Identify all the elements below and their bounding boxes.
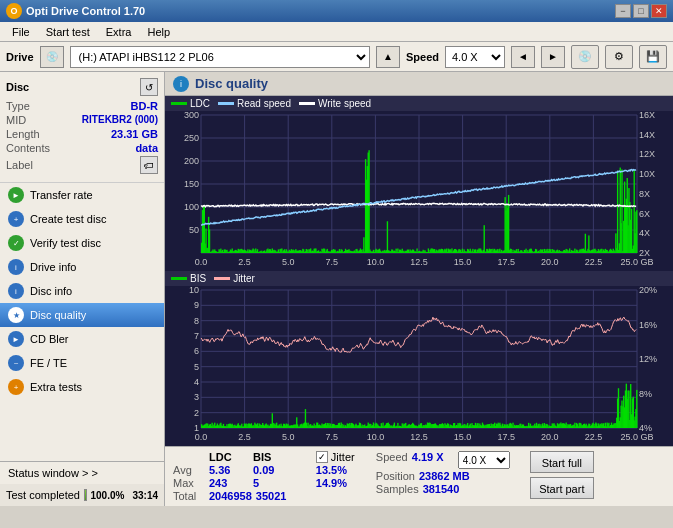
speed-label: Speed [406, 51, 439, 63]
jitter-checkbox[interactable]: ✓ [316, 451, 328, 463]
nav-cd-bler-label: CD Bler [30, 333, 69, 345]
nav-drive-info-label: Drive info [30, 261, 76, 273]
total-label: Total [173, 490, 205, 502]
close-button[interactable]: ✕ [651, 4, 667, 18]
bis-legend: BIS [171, 273, 206, 284]
type-label: Type [6, 100, 30, 112]
bottom-legend: BIS Jitter [165, 271, 673, 286]
disc-icon-btn[interactable]: 💿 [571, 45, 599, 69]
progress-fill [85, 490, 86, 500]
disc-label-label: Label [6, 159, 33, 171]
bis-color [171, 277, 187, 280]
content-area: i Disc quality LDC Read speed Write spee… [165, 72, 673, 506]
cd-bler-icon: ► [8, 331, 24, 347]
drive-select[interactable]: (H:) ATAPI iHBS112 2 PL06 [70, 46, 370, 68]
jitter-label: Jitter [331, 451, 355, 463]
start-part-button[interactable]: Start part [530, 477, 594, 499]
status-window-label: Status window > > [8, 467, 98, 479]
sidebar: Disc ↺ Type BD-R MID RITEKBR2 (000) Leng… [0, 72, 165, 506]
speed-right-button[interactable]: ► [541, 46, 565, 68]
max-jitter: 14.9% [316, 477, 356, 489]
contents-label: Contents [6, 142, 50, 154]
length-value: 23.31 GB [111, 128, 158, 140]
verify-disc-icon: ✓ [8, 235, 24, 251]
mid-label: MID [6, 114, 26, 126]
nav-disc-info[interactable]: i Disc info [0, 279, 164, 303]
eject-button[interactable]: ▲ [376, 46, 400, 68]
nav-fe-te[interactable]: ~ FE / TE [0, 351, 164, 375]
speed-dropdown[interactable]: 4.0 X [458, 451, 510, 469]
ldc-col-label: LDC [209, 451, 249, 463]
nav-cd-bler[interactable]: ► CD Bler [0, 327, 164, 351]
drive-info-icon: i [8, 259, 24, 275]
disc-info-icon: i [8, 283, 24, 299]
nav-transfer-rate[interactable]: ► Transfer rate [0, 183, 164, 207]
create-disc-icon: + [8, 211, 24, 227]
jitter-legend-label: Jitter [233, 273, 255, 284]
avg-jitter: 13.5% [316, 464, 356, 476]
nav-create-test-disc[interactable]: + Create test disc [0, 207, 164, 231]
max-label: Max [173, 477, 205, 489]
maximize-button[interactable]: □ [633, 4, 649, 18]
speed-left-button[interactable]: ◄ [511, 46, 535, 68]
drive-icon: 💿 [40, 46, 64, 68]
nav-verify-test-disc[interactable]: ✓ Verify test disc [0, 231, 164, 255]
nav-extra-tests[interactable]: + Extra tests [0, 375, 164, 399]
total-ldc: 2046958 [209, 490, 252, 502]
top-chart-canvas [165, 111, 673, 271]
avg-ldc: 5.36 [209, 464, 249, 476]
drive-bar: Drive 💿 (H:) ATAPI iHBS112 2 PL06 ▲ Spee… [0, 42, 673, 72]
stats-ldc-col: LDC BIS Avg 5.36 0.09 Max 243 5 Total 20… [173, 451, 296, 502]
write-speed-legend-label: Write speed [318, 98, 371, 109]
time-text: 33:14 [132, 490, 158, 501]
menu-start-test[interactable]: Start test [38, 24, 98, 40]
extra-tests-icon: + [8, 379, 24, 395]
nav-drive-info[interactable]: i Drive info [0, 255, 164, 279]
fe-te-icon: ~ [8, 355, 24, 371]
avg-label: Avg [173, 464, 205, 476]
max-ldc: 243 [209, 477, 249, 489]
drive-label: Drive [6, 51, 34, 63]
menu-help[interactable]: Help [139, 24, 178, 40]
title-bar: O Opti Drive Control 1.70 − □ ✕ [0, 0, 673, 22]
speed-val: 4.19 X [412, 451, 452, 469]
nav-section: ► Transfer rate + Create test disc ✓ Ver… [0, 183, 164, 461]
stats-speed-col: Speed 4.19 X 4.0 X Position 23862 MB Sam… [376, 451, 510, 495]
disc-panel: Disc ↺ Type BD-R MID RITEKBR2 (000) Leng… [0, 72, 164, 183]
stats-area: LDC BIS Avg 5.36 0.09 Max 243 5 Total 20… [165, 446, 673, 506]
menu-file[interactable]: File [4, 24, 38, 40]
disc-title: Disc [6, 81, 29, 93]
contents-value: data [135, 142, 158, 154]
chart-header: i Disc quality [165, 72, 673, 96]
nav-fe-te-label: FE / TE [30, 357, 67, 369]
disc-refresh-btn[interactable]: ↺ [140, 78, 158, 96]
label-icon-btn[interactable]: 🏷 [140, 156, 158, 174]
progress-bar [84, 489, 87, 501]
jitter-checkbox-row: ✓ Jitter [316, 451, 355, 463]
save-icon-btn[interactable]: 💾 [639, 45, 667, 69]
settings-icon-btn[interactable]: ⚙ [605, 45, 633, 69]
status-window-btn[interactable]: Status window > > [0, 462, 164, 484]
ldc-legend: LDC [171, 98, 210, 109]
nav-extra-tests-label: Extra tests [30, 381, 82, 393]
top-chart [165, 111, 673, 271]
menu-extra[interactable]: Extra [98, 24, 140, 40]
position-label: Position [376, 470, 415, 482]
bottom-chart-canvas [165, 286, 673, 446]
nav-transfer-label: Transfer rate [30, 189, 93, 201]
jitter-color [214, 277, 230, 280]
avg-bis: 0.09 [253, 464, 293, 476]
chart-title: Disc quality [195, 76, 268, 91]
nav-create-label: Create test disc [30, 213, 106, 225]
main-area: Disc ↺ Type BD-R MID RITEKBR2 (000) Leng… [0, 72, 673, 506]
position-val: 23862 MB [419, 470, 470, 482]
ldc-legend-label: LDC [190, 98, 210, 109]
start-full-button[interactable]: Start full [530, 451, 594, 473]
nav-disc-quality[interactable]: ★ Disc quality [0, 303, 164, 327]
type-value: BD-R [131, 100, 159, 112]
bis-legend-label: BIS [190, 273, 206, 284]
speed-select[interactable]: 4.0 X [445, 46, 505, 68]
minimize-button[interactable]: − [615, 4, 631, 18]
test-completed-label: Test completed [6, 489, 80, 501]
ldc-col-header [173, 451, 205, 463]
